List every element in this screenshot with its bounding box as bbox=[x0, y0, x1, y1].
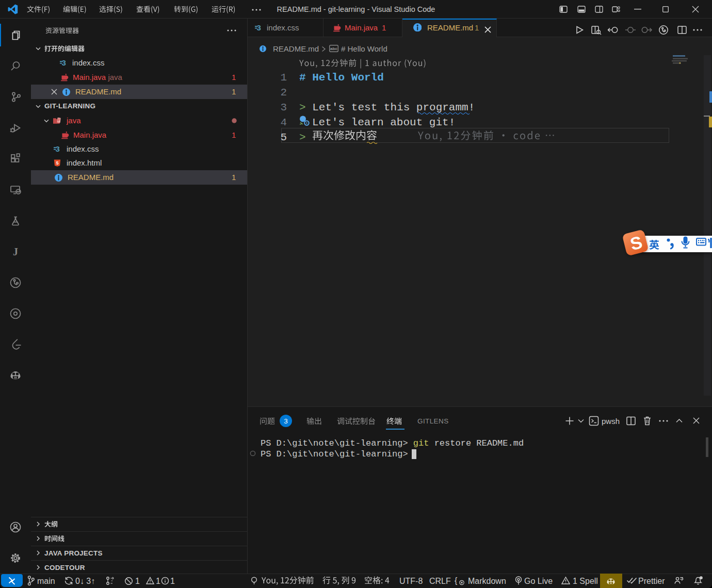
svg-text:3: 3 bbox=[61, 59, 66, 67]
svg-text:3: 3 bbox=[256, 24, 261, 32]
svg-text:abc: abc bbox=[330, 46, 337, 51]
svg-text:3: 3 bbox=[284, 417, 288, 425]
svg-text:{: { bbox=[455, 576, 458, 585]
svg-text:J: J bbox=[13, 246, 18, 257]
svg-text:3: 3 bbox=[55, 145, 59, 153]
svg-text:5: 5 bbox=[56, 160, 59, 166]
